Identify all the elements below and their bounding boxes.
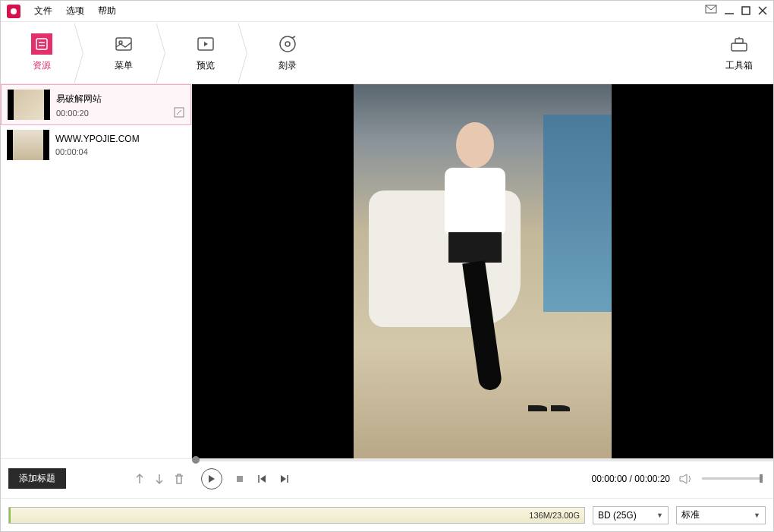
move-up-icon[interactable] <box>134 473 145 485</box>
tab-burn[interactable]: 刻录 <box>247 22 329 84</box>
playback-time: 00:00:00 / 00:00:20 <box>592 474 670 484</box>
edit-icon[interactable] <box>174 107 184 120</box>
playback-controls: 添加标题 00:00:00 / 00:00:20 <box>1 458 773 498</box>
svg-marker-22 <box>281 475 286 483</box>
volume-slider[interactable] <box>702 477 763 480</box>
maximize-icon[interactable] <box>741 5 750 17</box>
clip-item[interactable]: 易破解网站 00:00:20 <box>1 84 191 125</box>
svg-rect-19 <box>237 476 243 482</box>
preview-pane <box>192 84 773 458</box>
preview-image <box>354 84 612 458</box>
trash-icon[interactable] <box>174 473 184 485</box>
toolbox-button[interactable]: 工具箱 <box>705 22 773 84</box>
svg-rect-15 <box>735 39 743 43</box>
capacity-bar: 136M/23.00G <box>8 507 585 524</box>
volume-icon[interactable] <box>679 474 693 484</box>
seek-slider[interactable] <box>192 458 773 461</box>
svg-point-13 <box>285 42 290 46</box>
svg-marker-18 <box>209 475 215 483</box>
clip-thumbnail <box>8 90 50 120</box>
clip-title: 易破解网站 <box>56 93 184 105</box>
tab-preview-label: 预览 <box>197 59 215 72</box>
toolbar: 资源 菜单 预览 刻录 工具箱 <box>1 22 773 84</box>
clip-title: WWW.YPOJIE.COM <box>55 134 185 144</box>
window-controls <box>705 5 767 17</box>
svg-point-12 <box>280 36 295 52</box>
stop-button[interactable] <box>236 475 244 483</box>
tab-resource-label: 资源 <box>33 59 51 72</box>
chevron-down-icon: ▼ <box>754 512 760 519</box>
disc-type-value: BD (25G) <box>598 510 637 521</box>
svg-rect-5 <box>36 39 47 49</box>
tab-preview[interactable]: 预览 <box>165 22 247 84</box>
toolbox-label: 工具箱 <box>725 59 753 72</box>
svg-rect-2 <box>742 7 750 14</box>
titlebar: 文件 选项 帮助 <box>1 1 773 22</box>
notification-icon[interactable] <box>705 5 717 17</box>
capacity-text: 136M/23.00G <box>529 511 580 520</box>
tab-menu[interactable]: 菜单 <box>83 22 165 84</box>
play-button[interactable] <box>201 468 222 490</box>
clip-list: 易破解网站 00:00:20 WWW.YPOJIE.COM 00:00:04 <box>1 84 192 458</box>
close-icon[interactable] <box>758 5 767 17</box>
app-logo-icon <box>7 5 20 18</box>
clip-thumbnail <box>7 130 49 160</box>
tab-burn-label: 刻录 <box>278 59 297 72</box>
quality-value: 标准 <box>681 508 700 521</box>
next-button[interactable] <box>280 474 289 483</box>
chevron-down-icon: ▼ <box>656 512 663 519</box>
clip-duration: 00:00:04 <box>55 147 185 156</box>
quality-dropdown[interactable]: 标准 ▼ <box>676 506 766 524</box>
menu-file[interactable]: 文件 <box>34 5 52 17</box>
move-down-icon[interactable] <box>154 473 165 485</box>
add-title-button[interactable]: 添加标题 <box>8 468 66 489</box>
svg-marker-11 <box>204 42 208 46</box>
minimize-icon[interactable] <box>725 5 734 17</box>
tab-menu-label: 菜单 <box>115 59 133 72</box>
disc-type-dropdown[interactable]: BD (25G) ▼ <box>593 506 669 524</box>
svg-marker-21 <box>260 475 266 483</box>
menu-help[interactable]: 帮助 <box>98 5 116 17</box>
clip-item[interactable]: WWW.YPOJIE.COM 00:00:04 <box>1 125 191 165</box>
prev-button[interactable] <box>257 474 266 483</box>
svg-marker-24 <box>680 474 687 483</box>
status-bar: 136M/23.00G BD (25G) ▼ 标准 ▼ <box>1 498 773 531</box>
menu-options[interactable]: 选项 <box>66 5 84 17</box>
tab-resource[interactable]: 资源 <box>1 22 83 84</box>
clip-duration: 00:00:20 <box>56 109 184 118</box>
main-area: 易破解网站 00:00:20 WWW.YPOJIE.COM 00:00:04 <box>1 84 773 458</box>
svg-rect-14 <box>732 43 747 51</box>
